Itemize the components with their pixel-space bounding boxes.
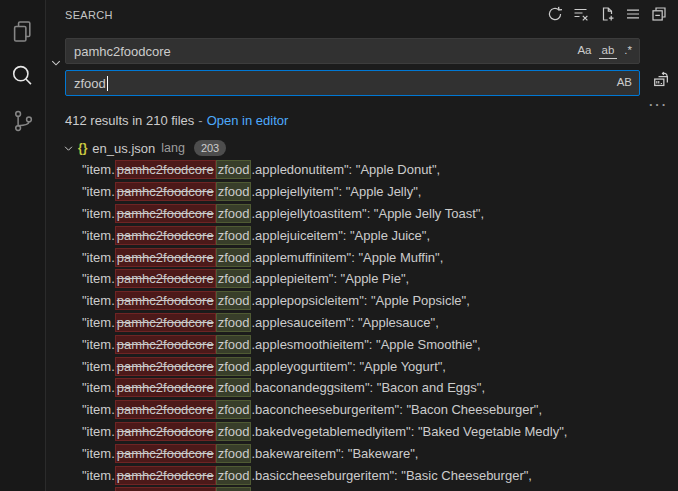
removed-text: pamhc2foodcore [115, 226, 216, 245]
removed-text: pamhc2foodcore [115, 160, 216, 179]
file-name: en_us.json [92, 141, 155, 156]
chevron-down-icon [60, 140, 76, 156]
match-suffix: .applejellyitem": "Apple Jelly", [251, 184, 421, 199]
activity-source-control-button[interactable] [0, 100, 46, 145]
search-result-row[interactable]: "item.pamhc2foodcorezfood.applejellytoas… [46, 203, 678, 225]
match-prefix: "item. [82, 446, 115, 461]
whole-word-button[interactable]: ab [599, 43, 618, 59]
match-suffix: .applesauceitem": "Applesauce", [251, 315, 438, 330]
search-result-row[interactable]: "item.pamhc2foodcorezfood.appleyogurtite… [46, 355, 678, 377]
match-prefix: "item. [82, 424, 115, 439]
match-prefix: "item. [82, 380, 115, 395]
removed-text: pamhc2foodcore [115, 400, 216, 419]
match-prefix: "item. [82, 206, 115, 221]
search-result-row[interactable]: "item.pamhc2foodcorezfood.applesmoothiei… [46, 333, 678, 355]
match-suffix: .bakedvegetablemedlyitem": "Baked Vegeta… [251, 424, 567, 439]
search-input-options: Aa ab .* [574, 43, 635, 59]
panel-header: SEARCH [46, 0, 678, 30]
search-icon [9, 63, 36, 93]
match-prefix: "item. [82, 184, 115, 199]
search-result-row[interactable]: "item.pamhc2foodcorezfood.basiccheesebur… [46, 464, 678, 486]
search-result-row[interactable]: "item.pamhc2foodcorezfood.applepopsiclei… [46, 290, 678, 312]
match-suffix: .applemuffinitem": "Apple Muffin", [251, 250, 443, 265]
toggle-search-details-button[interactable]: ··· [647, 97, 670, 112]
match-suffix: .applepopsicleitem": "Apple Popsicle", [251, 293, 469, 308]
collapse-all-icon [651, 6, 667, 25]
removed-text: pamhc2foodcore [115, 291, 216, 310]
regex-button[interactable]: .* [621, 43, 635, 59]
refresh-button[interactable] [544, 4, 566, 26]
match-case-button[interactable]: Aa [574, 43, 594, 59]
match-prefix: "item. [82, 359, 115, 374]
match-prefix: "item. [82, 228, 115, 243]
search-result-row[interactable]: "item.pamhc2foodcorezfood.baconcheesebur… [46, 399, 678, 421]
file-result-header[interactable]: {} en_us.json lang 203 [46, 137, 678, 159]
clear-search-results-button[interactable] [570, 4, 592, 26]
source-control-icon [10, 108, 36, 137]
match-prefix: "item. [82, 337, 115, 352]
added-text: zfood [216, 291, 252, 310]
search-input[interactable]: pamhc2foodcore Aa ab .* [65, 38, 640, 64]
added-text: zfood [216, 422, 252, 441]
search-result-row[interactable]: "item.pamhc2foodcorezfood.applejellyitem… [46, 181, 678, 203]
files-icon [9, 18, 36, 48]
open-in-editor-link[interactable]: Open in editor [207, 113, 289, 128]
search-result-row[interactable]: "item.pamhc2foodcorezfood [46, 486, 678, 491]
match-suffix: .applepieitem": "Apple Pie", [251, 271, 409, 286]
replace-all-button[interactable] [650, 70, 672, 92]
activity-bar [0, 0, 46, 491]
removed-text: pamhc2foodcore [115, 422, 216, 441]
removed-text: pamhc2foodcore [115, 378, 216, 397]
match-prefix: "item. [82, 271, 115, 286]
match-suffix: .basiccheeseburgeritem": "Basic Cheesebu… [251, 468, 531, 483]
removed-text: pamhc2foodcore [115, 248, 216, 267]
removed-text: pamhc2foodcore [115, 182, 216, 201]
replace-row: zfood AB [65, 70, 640, 96]
search-result-row[interactable]: "item.pamhc2foodcorezfood.applejuiceitem… [46, 224, 678, 246]
vscode-window: SEARCH [0, 0, 678, 491]
match-suffix: .appledonutitem": "Apple Donut", [251, 162, 440, 177]
match-suffix: .applejuiceitem": "Apple Juice", [251, 228, 430, 243]
search-result-row[interactable]: "item.pamhc2foodcorezfood.applesauceitem… [46, 312, 678, 334]
added-text: zfood [216, 335, 252, 354]
match-prefix: "item. [82, 468, 115, 483]
view-as-list-button[interactable] [622, 4, 644, 26]
added-text: zfood [216, 378, 252, 397]
collapse-all-button[interactable] [648, 4, 670, 26]
summary-separator: - [198, 113, 202, 128]
preserve-case-button[interactable]: AB [614, 75, 635, 91]
removed-text: pamhc2foodcore [115, 204, 216, 223]
replace-input[interactable]: zfood AB [65, 70, 640, 96]
removed-text: pamhc2foodcore [115, 466, 216, 485]
results-count: 412 results in 210 files [65, 113, 194, 128]
search-result-row[interactable]: "item.pamhc2foodcorezfood.baconandeggsit… [46, 377, 678, 399]
toggle-replace-button[interactable] [48, 53, 64, 75]
activity-explorer-button[interactable] [0, 10, 46, 55]
match-suffix: .baconandeggsitem": "Bacon and Eggs", [251, 380, 485, 395]
search-result-row[interactable]: "item.pamhc2foodcorezfood.applemuffinite… [46, 246, 678, 268]
panel-title: SEARCH [65, 9, 113, 21]
search-result-row[interactable]: "item.pamhc2foodcorezfood.bakewareitem":… [46, 442, 678, 464]
open-new-search-editor-icon [599, 6, 615, 25]
added-text: zfood [216, 487, 252, 491]
search-result-row[interactable]: "item.pamhc2foodcorezfood.applepieitem":… [46, 268, 678, 290]
match-prefix: "item. [82, 293, 115, 308]
match-suffix: .baconcheeseburgeritem": "Bacon Cheesebu… [251, 402, 542, 417]
added-text: zfood [216, 182, 252, 201]
match-prefix: "item. [82, 402, 115, 417]
added-text: zfood [216, 400, 252, 419]
search-result-row[interactable]: "item.pamhc2foodcorezfood.appledonutitem… [46, 159, 678, 181]
match-prefix: "item. [82, 250, 115, 265]
activity-search-button[interactable] [0, 55, 46, 100]
match-count-badge: 203 [194, 140, 226, 156]
open-new-search-editor-button[interactable] [596, 4, 618, 26]
file-path: lang [161, 141, 185, 155]
refresh-icon [547, 6, 563, 25]
search-result-row[interactable]: "item.pamhc2foodcorezfood.bakedvegetable… [46, 421, 678, 443]
text-caret [107, 76, 109, 91]
added-text: zfood [216, 204, 252, 223]
replace-input-options: AB [614, 75, 635, 91]
results-summary: 412 results in 210 files-Open in editor [46, 96, 678, 128]
match-prefix: "item. [82, 315, 115, 330]
added-text: zfood [216, 160, 252, 179]
